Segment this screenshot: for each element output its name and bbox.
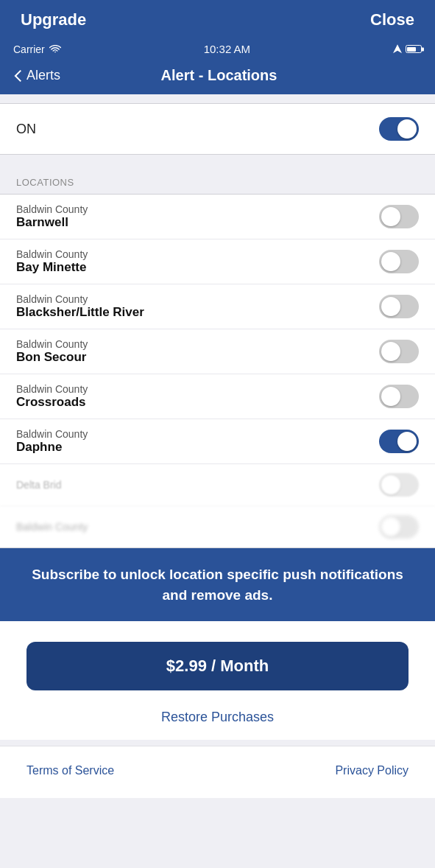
list-item: Baldwin County: [0, 506, 435, 547]
toggle-knob: [381, 517, 400, 536]
location-text: Baldwin County Crossroads: [16, 383, 88, 410]
top-bar: Upgrade Close: [0, 0, 435, 40]
status-bar: Carrier 10:32 AM: [0, 40, 435, 60]
location-list: Baldwin County Barnwell Baldwin County B…: [0, 194, 435, 548]
list-item: Baldwin County Bay Minette: [0, 239, 435, 284]
terms-of-service-button[interactable]: Terms of Service: [26, 764, 114, 777]
location-text: Baldwin County: [16, 521, 88, 533]
location-text: Baldwin County Blacksher/Little River: [16, 293, 144, 320]
chevron-left-icon: [13, 69, 24, 83]
toggle-knob: [381, 297, 400, 316]
location-toggle[interactable]: [379, 430, 419, 453]
location-name: Bon Secour: [16, 350, 88, 365]
location-name: Bay Minette: [16, 260, 88, 275]
location-county: Baldwin County: [16, 293, 144, 305]
location-toggle: [379, 473, 419, 497]
carrier-text: Carrier: [13, 43, 45, 55]
list-item: Baldwin County Crossroads: [0, 374, 435, 419]
list-item: Delta Brid: [0, 464, 435, 506]
back-button[interactable]: Alerts: [13, 68, 60, 83]
location-text: Baldwin County Bay Minette: [16, 248, 88, 275]
location-name: Crossroads: [16, 395, 88, 410]
toggle-knob: [381, 387, 400, 406]
footer-links: Terms of Service Privacy Policy: [0, 746, 435, 798]
page-title: Alert - Locations: [60, 67, 378, 84]
upgrade-button[interactable]: Upgrade: [21, 10, 86, 29]
location-name: Daphne: [16, 440, 88, 455]
location-toggle[interactable]: [379, 295, 419, 318]
location-county: Delta Brid: [16, 479, 61, 491]
close-button[interactable]: Close: [370, 10, 414, 29]
location-county: Baldwin County: [16, 428, 88, 440]
wifi-icon: [49, 45, 61, 54]
on-section: ON: [0, 103, 435, 155]
toggle-knob: [381, 207, 400, 226]
location-county: Baldwin County: [16, 338, 88, 350]
on-toggle[interactable]: [379, 117, 419, 141]
on-label: ON: [16, 122, 36, 137]
location-text: Delta Brid: [16, 479, 61, 491]
list-item: Baldwin County Barnwell: [0, 195, 435, 239]
toggle-knob: [381, 475, 400, 494]
location-icon: [393, 44, 402, 55]
location-county: Baldwin County: [16, 383, 88, 395]
privacy-policy-button[interactable]: Privacy Policy: [335, 764, 409, 777]
back-label: Alerts: [26, 68, 60, 83]
location-county: Baldwin County: [16, 203, 88, 215]
list-item: Baldwin County Blacksher/Little River: [0, 284, 435, 329]
nav-bar: Alerts Alert - Locations: [0, 60, 435, 94]
main-content: ON LOCATIONS Baldwin County Barnwell Bal…: [0, 94, 435, 868]
location-toggle: [379, 515, 419, 539]
location-name: Barnwell: [16, 215, 88, 230]
location-name: Blacksher/Little River: [16, 305, 144, 320]
location-text: Baldwin County Daphne: [16, 428, 88, 455]
location-county: Baldwin County: [16, 248, 88, 260]
locations-section: LOCATIONS Baldwin County Barnwell Baldwi…: [0, 171, 435, 548]
locations-header: LOCATIONS: [0, 171, 435, 194]
subscription-banner-text: Subscribe to unlock location specific pu…: [22, 564, 413, 605]
list-item: Baldwin County Bon Secour: [0, 329, 435, 374]
location-toggle[interactable]: [379, 340, 419, 363]
toggle-knob: [381, 252, 400, 271]
toggle-knob: [397, 432, 417, 451]
status-time: 10:32 AM: [204, 43, 250, 55]
location-toggle[interactable]: [379, 385, 419, 408]
toggle-knob: [397, 119, 417, 139]
location-toggle[interactable]: [379, 250, 419, 273]
subscribe-area: $2.99 / Month Restore Purchases: [0, 621, 435, 740]
location-toggle[interactable]: [379, 205, 419, 228]
restore-purchases-button[interactable]: Restore Purchases: [161, 710, 274, 725]
list-item: Baldwin County Daphne: [0, 419, 435, 464]
toggle-knob: [381, 342, 400, 361]
location-text: Baldwin County Barnwell: [16, 203, 88, 230]
location-text: Baldwin County Bon Secour: [16, 338, 88, 365]
battery-icon: [406, 45, 422, 53]
status-left: Carrier: [13, 43, 61, 55]
subscribe-button[interactable]: $2.99 / Month: [26, 642, 409, 690]
location-county: Baldwin County: [16, 521, 88, 533]
subscription-banner: Subscribe to unlock location specific pu…: [0, 548, 435, 621]
status-right: [393, 44, 422, 55]
